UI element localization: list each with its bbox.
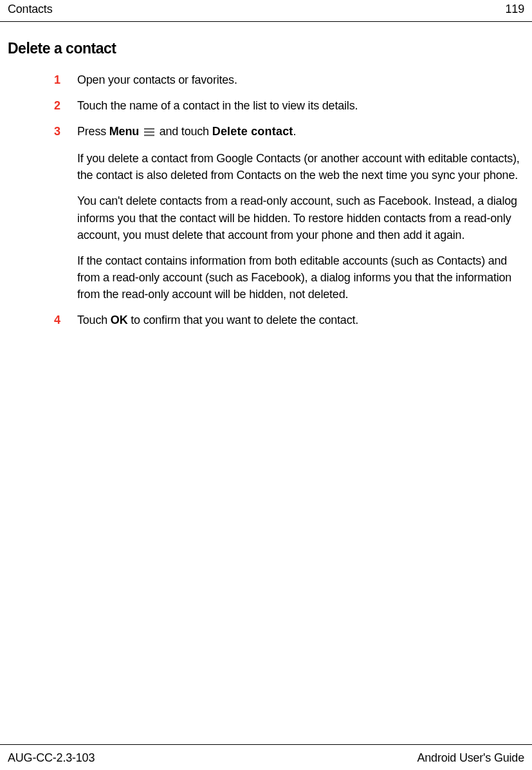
text-segment: .	[293, 125, 297, 138]
step-list: 1 Open your contacts or favorites. 2 Tou…	[8, 71, 524, 328]
header-page-number: 119	[506, 3, 524, 16]
step-1: 1 Open your contacts or favorites.	[77, 71, 524, 88]
step-paragraph: You can't delete contacts from a read-on…	[77, 192, 524, 243]
text-segment: Press	[77, 125, 109, 138]
step-text: Open your contacts or favorites.	[77, 71, 524, 88]
step-number: 1	[54, 71, 60, 88]
bold-menu: Menu	[109, 125, 139, 138]
footer-doc-id: AUG-CC-2.3-103	[8, 751, 95, 765]
step-text: Touch OK to confirm that you want to del…	[77, 312, 524, 328]
svg-rect-0	[144, 128, 154, 129]
step-3: 3 Press Menu and touch Delete contact. I…	[77, 123, 524, 303]
page-header: Contacts 119	[0, 0, 532, 22]
step-text: Touch the name of a contact in the list …	[77, 97, 524, 114]
header-section: Contacts	[8, 3, 52, 16]
step-text: Press Menu and touch Delete contact. If …	[77, 123, 524, 303]
bold-delete-contact: Delete contact	[212, 125, 293, 138]
svg-rect-2	[144, 135, 154, 136]
page-footer: AUG-CC-2.3-103 Android User's Guide	[0, 744, 532, 770]
section-title: Delete a contact	[8, 40, 524, 57]
step-number: 4	[54, 312, 60, 328]
menu-icon	[144, 124, 154, 141]
footer-guide-name: Android User's Guide	[417, 751, 524, 765]
step-2: 2 Touch the name of a contact in the lis…	[77, 97, 524, 114]
step-number: 2	[54, 97, 60, 114]
step-4: 4 Touch OK to confirm that you want to d…	[77, 312, 524, 328]
bold-ok: OK	[111, 314, 128, 326]
step-number: 3	[54, 123, 60, 140]
text-segment: and touch	[156, 125, 212, 138]
text-segment: to confirm that you want to delete the c…	[127, 314, 358, 326]
step-paragraph: If the contact contains information from…	[77, 252, 524, 303]
text-segment: Touch	[77, 314, 111, 326]
svg-rect-1	[144, 131, 154, 133]
page-content: Delete a contact 1 Open your contacts or…	[0, 40, 532, 328]
step-paragraph: If you delete a contact from Google Cont…	[77, 150, 524, 183]
